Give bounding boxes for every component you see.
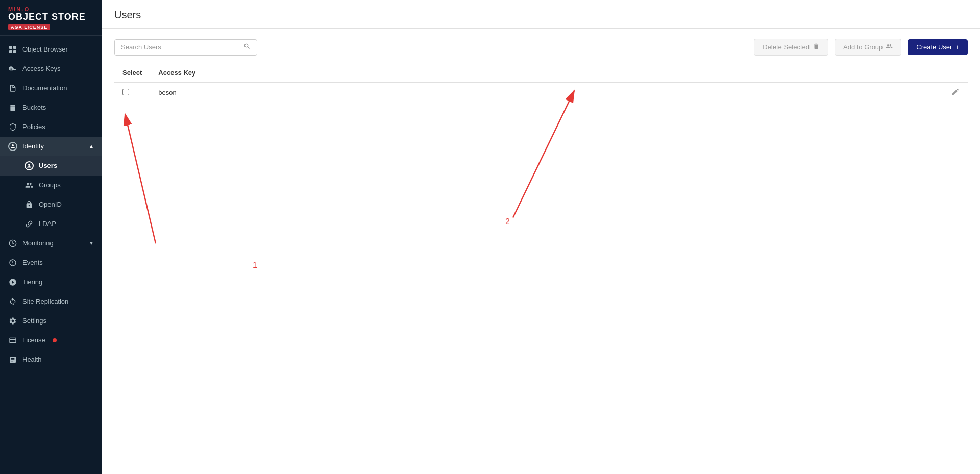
- user-name-cell: beson: [150, 82, 937, 103]
- sidebar-label-access-keys: Access Keys: [22, 65, 60, 72]
- content-wrapper: Delete Selected Add to Group: [102, 29, 980, 474]
- plus-icon: +: [955, 43, 959, 51]
- delete-icon: [813, 43, 820, 52]
- settings-icon: [8, 316, 17, 326]
- svg-point-4: [12, 144, 14, 146]
- sidebar-label-users: Users: [39, 162, 57, 169]
- license-icon: [8, 336, 17, 345]
- key-icon: [8, 64, 17, 73]
- sidebar-item-ldap[interactable]: LDAP: [0, 214, 102, 234]
- sidebar-item-tiering[interactable]: Tiering: [0, 272, 102, 292]
- sidebar-item-health[interactable]: Health: [0, 350, 102, 369]
- col-actions: [937, 64, 968, 82]
- groups-icon: [24, 181, 34, 190]
- svg-rect-1: [13, 46, 16, 49]
- search-icon: [243, 43, 251, 52]
- sidebar-label-identity: Identity: [22, 142, 44, 150]
- sidebar-label-site-replication: Site Replication: [22, 297, 68, 305]
- logo-object-store: OBJECT STORE: [8, 12, 86, 22]
- users-toolbar: Delete Selected Add to Group: [114, 39, 968, 56]
- add-to-group-label: Add to Group: [843, 43, 883, 51]
- ldap-icon: [24, 219, 34, 229]
- create-user-label: Create User: [916, 43, 952, 51]
- table-row: beson: [114, 82, 968, 103]
- sidebar-label-groups: Groups: [39, 181, 61, 189]
- users-table-body: beson: [114, 82, 968, 103]
- sidebar-item-buckets[interactable]: Buckets: [0, 98, 102, 117]
- license-dot: [53, 338, 57, 342]
- col-access-key: Access Key: [150, 64, 937, 82]
- grid-icon: [8, 45, 17, 54]
- svg-rect-0: [9, 46, 12, 49]
- page-header: Users: [102, 0, 980, 29]
- doc-icon: [8, 84, 17, 93]
- create-user-button[interactable]: Create User +: [908, 39, 968, 55]
- sidebar-label-settings: Settings: [22, 317, 46, 325]
- sidebar-item-documentation[interactable]: Documentation: [0, 79, 102, 98]
- app-logo: MIN-O OBJECT STORE AGA LICENSE: [0, 0, 102, 36]
- sidebar-item-monitoring[interactable]: Monitoring ▼: [0, 234, 102, 253]
- openid-icon: [24, 200, 34, 209]
- sidebar-label-license: License: [22, 336, 45, 344]
- sidebar-item-events[interactable]: Events: [0, 253, 102, 272]
- logo-badge: AGA LICENSE: [8, 24, 50, 30]
- main-content-area: Users Delete Selected: [102, 0, 980, 474]
- sidebar-item-site-replication[interactable]: Site Replication: [0, 292, 102, 311]
- health-icon: [8, 355, 17, 364]
- user-name: beson: [158, 89, 176, 96]
- sidebar-item-policies[interactable]: Policies: [0, 117, 102, 137]
- row-action-cell[interactable]: [937, 82, 968, 103]
- sidebar-item-object-browser[interactable]: Object Browser: [0, 40, 102, 59]
- sidebar-item-openid[interactable]: OpenID: [0, 195, 102, 214]
- sidebar-label-ldap: LDAP: [39, 220, 56, 228]
- identity-icon: [8, 142, 17, 151]
- chevron-up-icon: ▲: [89, 143, 94, 149]
- search-input[interactable]: [121, 43, 239, 51]
- row-checkbox[interactable]: [122, 89, 129, 95]
- svg-rect-3: [13, 50, 16, 53]
- sidebar-label-documentation: Documentation: [22, 84, 67, 92]
- monitoring-icon: [8, 239, 17, 248]
- sidebar-label-openid: OpenID: [39, 201, 62, 208]
- delete-selected-button[interactable]: Delete Selected: [754, 39, 828, 56]
- sidebar-label-health: Health: [22, 356, 42, 363]
- tiering-icon: [8, 278, 17, 287]
- sidebar: MIN-O OBJECT STORE AGA LICENSE Object Br…: [0, 0, 102, 474]
- row-select-cell[interactable]: [114, 82, 150, 103]
- sidebar-label-policies: Policies: [22, 123, 45, 131]
- sidebar-label-tiering: Tiering: [22, 278, 42, 286]
- sidebar-label-buckets: Buckets: [22, 104, 46, 111]
- sidebar-item-identity[interactable]: Identity ▲: [0, 137, 102, 156]
- sidebar-item-settings[interactable]: Settings: [0, 311, 102, 331]
- delete-label: Delete Selected: [763, 43, 810, 51]
- sidebar-nav: Object Browser Access Keys Documentation: [0, 36, 102, 474]
- sidebar-label-events: Events: [22, 259, 43, 266]
- bucket-icon: [8, 103, 17, 112]
- sidebar-label-object-browser: Object Browser: [22, 45, 68, 53]
- col-select: Select: [114, 64, 150, 82]
- svg-point-5: [28, 164, 30, 166]
- sidebar-item-groups[interactable]: Groups: [0, 176, 102, 195]
- page-title: Users: [114, 9, 968, 21]
- table-header-row: Select Access Key: [114, 64, 968, 82]
- add-to-group-button[interactable]: Add to Group: [835, 39, 901, 56]
- events-icon: [8, 258, 17, 267]
- policy-icon: [8, 122, 17, 132]
- svg-rect-2: [9, 50, 12, 53]
- sidebar-item-license[interactable]: License: [0, 331, 102, 350]
- add-group-icon: [886, 43, 893, 52]
- users-table: Select Access Key beson: [114, 64, 968, 103]
- replication-icon: [8, 297, 17, 306]
- chevron-down-icon: ▼: [89, 240, 94, 246]
- search-box[interactable]: [114, 39, 257, 56]
- users-page-content: Delete Selected Add to Group: [102, 29, 980, 474]
- sidebar-item-access-keys[interactable]: Access Keys: [0, 59, 102, 79]
- user-icon: [24, 161, 34, 170]
- sidebar-item-users[interactable]: Users: [0, 156, 102, 176]
- edit-icon[interactable]: [951, 89, 960, 97]
- sidebar-label-monitoring: Monitoring: [22, 239, 54, 247]
